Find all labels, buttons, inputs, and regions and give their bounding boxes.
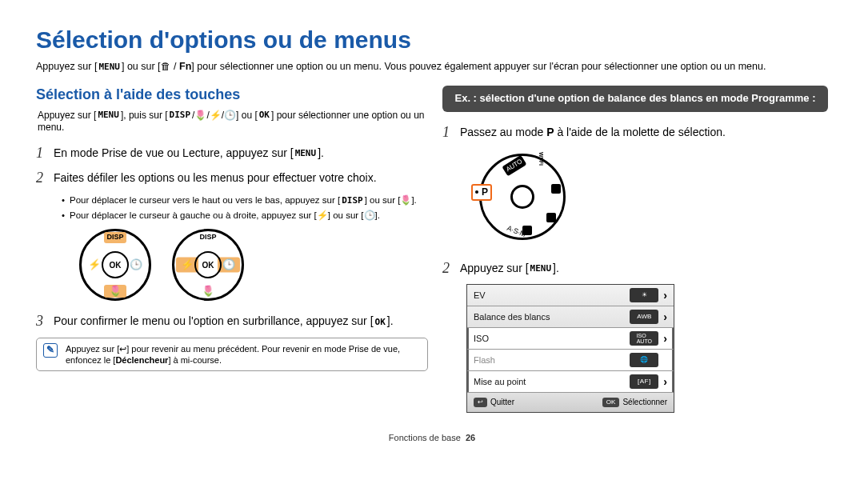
menu-glyph: MENU [96,110,121,120]
t: ] à mi-course. [168,355,222,365]
footer-section: Fonctions de base [389,433,461,442]
example-header: Ex. : sélection d'une option de balance … [442,86,828,112]
chevron-right-icon: › [663,310,667,324]
t: ]. [318,146,324,159]
step-number: 2 [36,169,54,187]
note-box: ✎ Appuyez sur [↩] pour revenir au menu p… [36,338,428,372]
lcd-row[interactable]: Balance des blancs AWB › [467,306,674,328]
t: ]. [553,262,559,274]
lcd-footer: ↩ Quitter OK Sélectionner [467,393,674,412]
lcd-row-label: EV [474,290,630,301]
page-footer: Fonctions de base 26 [36,432,828,443]
disp-glyph: DISP [340,196,365,206]
direction-dials: DISP 🌷 ⚡ 🕒 OK DISP 🌷 ⚡ 🕒 OK [36,229,428,301]
chevron-right-icon: › [663,374,667,389]
lcd-row: Flash 🌐 › [467,350,674,371]
step-number: 3 [36,312,54,330]
lcd-quit-button[interactable]: ↩ Quitter [474,397,514,407]
lcd-row[interactable]: ISO ISOAUTO › [467,328,674,350]
step-number: 1 [442,123,460,142]
left-column: Sélection à l'aide des touches Appuyez s… [36,86,428,413]
t: Appuyez sur [ [38,110,96,121]
step-number: 2 [442,259,460,278]
right-column: Ex. : sélection d'une option de balance … [442,86,828,413]
dial-macro-icon: 🌷 [104,285,126,298]
lcd-row-label: ISO [474,333,630,344]
back-icon: ↩ [474,398,487,407]
step2-bullets: Pour déplacer le curseur vers le haut ou… [62,194,428,222]
mode-icon [522,226,532,235]
t: P [482,186,488,199]
t: ], puis sur [ [121,110,168,121]
bullet-item: Pour déplacer le curseur vers le haut ou… [62,194,428,206]
lcd-row[interactable]: Mise au point [AF] › [467,371,674,393]
af-icon: [AF] [630,374,658,389]
mode-icon [546,213,556,222]
t: En mode Prise de vue ou Lecture, appuyez… [54,146,294,159]
dial-ok-button: OK [102,251,129,278]
page-title: Sélection d'options ou de menus [36,24,828,55]
step-1: 1 En mode Prise de vue ou Lecture, appuy… [36,144,428,162]
r-step-2: 2 Appuyez sur [MENU]. [442,259,828,278]
dial-macro-icon: 🌷 [197,285,219,298]
lcd-menu: EV ☀ › Balance des blancs AWB › ISO ISOA… [466,284,674,413]
bullet-item: Pour déplacer le curseur à gauche ou à d… [62,210,428,222]
intro-part: ] ou sur [🗑 / [122,61,179,72]
step-3: 3 Pour confirmer le menu ou l'option en … [36,312,428,330]
left-subtitle: Sélection à l'aide des touches [36,86,428,104]
r-step-1: 1 Passez au mode P à l'aide de la molett… [442,123,828,142]
ok-icon: OK [602,398,620,407]
t: Quitter [490,397,514,407]
mode-dial-knob [510,185,534,209]
footer-page-number: 26 [466,433,475,442]
t: ] ou sur [🌷]. [365,195,417,205]
t: Pour déplacer le curseur à gauche ou à d… [70,210,380,222]
note-icon: ✎ [43,343,58,358]
intro-text: Appuyez sur [MENU] ou sur [🗑 / Fn] pour … [36,60,828,73]
dial-disp-label: DISP [104,232,126,243]
ev-icon: ☀ [630,288,658,302]
mode-dial: AUTO Wi-Fi A·S·M P [474,149,570,245]
t: Appuyez sur [ [460,262,529,274]
awb-icon: AWB [630,310,658,324]
menu-glyph: MENU [294,149,318,158]
t: à l'aide de la molette de sélection. [554,126,726,138]
t: Sélectionner [622,397,667,407]
mode-icon [551,184,561,194]
lcd-row-label: Mise au point [474,376,630,387]
t: Pour confirmer le menu ou l'option en su… [54,314,374,327]
mode-p-highlight: P [471,184,492,202]
direction-dial-horizontal: DISP 🌷 ⚡ 🕒 OK [172,229,244,301]
chevron-right-icon: › [663,288,667,302]
t: Déclencheur [115,355,168,365]
lcd-row-label: Flash [474,354,630,366]
direction-dial-vertical: DISP 🌷 ⚡ 🕒 OK [79,229,151,301]
dial-disp-label: DISP [197,232,219,243]
t: ]. [387,314,394,327]
intro-part: Appuyez sur [ [36,61,97,72]
iso-icon: ISOAUTO [630,331,658,346]
disp-glyph: DISP [168,110,193,120]
chevron-right-icon: › [663,331,667,346]
t: Pour déplacer le curseur vers le haut ou… [70,195,340,205]
ok-glyph: OK [258,110,271,120]
fn-glyph: Fn [179,61,191,72]
step-2: 2 Faites défiler les options ou les menu… [36,169,428,187]
mode-wifi-label: Wi-Fi [538,152,545,166]
left-lead: Appuyez sur [MENU], puis sur [DISP/🌷/⚡/🕒… [36,110,428,134]
flash-off-icon: 🌐 [630,353,658,367]
t: Passez au mode [460,126,546,138]
intro-part: ] pour sélectionner une option ou un men… [191,61,766,72]
lcd-row-label: Balance des blancs [474,311,630,322]
lcd-select-button[interactable]: OK Sélectionner [602,397,667,407]
mode-p-glyph: P [546,126,554,138]
dial-ok-button: OK [194,251,222,278]
step-number: 1 [36,144,54,162]
menu-glyph: MENU [97,62,122,72]
lcd-row[interactable]: EV ☀ › [467,285,674,306]
t: Faites défiler les options ou les menus … [54,169,428,187]
t: /🌷/⚡/🕒] ou [ [192,110,258,121]
menu-glyph: MENU [529,264,554,274]
ok-glyph: OK [374,318,387,327]
